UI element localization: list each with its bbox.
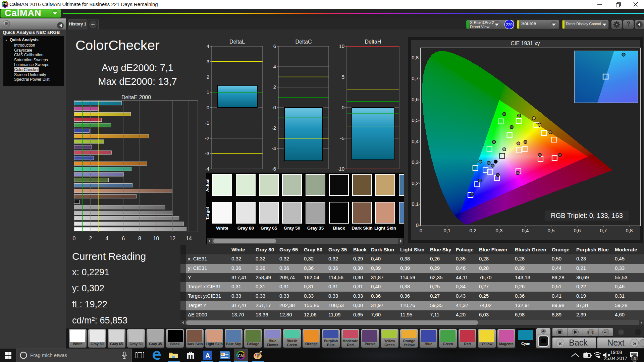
svg-text:CM: CM: [238, 354, 244, 358]
svg-text:-4: -4: [205, 166, 209, 172]
svg-text:∞: ∞: [604, 329, 607, 335]
svg-text:14: 14: [186, 236, 192, 241]
svg-text:-5: -5: [340, 135, 344, 141]
svg-text:12: 12: [169, 236, 175, 241]
svg-text:0: 0: [73, 236, 76, 241]
svg-text:8: 8: [138, 236, 141, 241]
svg-text:DeltaE 2000: DeltaE 2000: [121, 95, 151, 100]
svg-text:6: 6: [273, 43, 276, 49]
svg-text:2: 2: [207, 74, 209, 80]
svg-text:-4: -4: [272, 145, 276, 151]
svg-text:4: 4: [207, 43, 209, 49]
svg-text:10: 10: [153, 236, 159, 241]
svg-text:229: 229: [506, 22, 513, 27]
svg-text:«: «: [558, 340, 562, 347]
svg-text:⟳: ⟳: [619, 329, 623, 335]
svg-text:Back: Back: [569, 338, 588, 347]
svg-text:5: 5: [342, 74, 344, 80]
svg-text:DeltaC: DeltaC: [296, 39, 312, 45]
svg-text:0: 0: [342, 105, 344, 110]
svg-text:6: 6: [122, 236, 125, 241]
svg-text:0: 0: [273, 105, 276, 110]
svg-text:-2: -2: [272, 125, 276, 131]
svg-text:-6: -6: [272, 166, 276, 172]
svg-text:[··]: [··]: [588, 330, 593, 334]
svg-text:3: 3: [207, 59, 209, 64]
svg-text:-1: -1: [205, 120, 209, 126]
svg-text:CM: CM: [3, 3, 7, 6]
svg-text:4: 4: [273, 64, 276, 69]
svg-text:2: 2: [273, 84, 276, 90]
svg-text:10: 10: [339, 43, 344, 49]
svg-text:-3: -3: [205, 150, 209, 156]
svg-text:4: 4: [634, 356, 636, 361]
svg-text:DeltaH: DeltaH: [365, 39, 381, 45]
svg-text:1: 1: [207, 89, 209, 95]
svg-text:4: 4: [105, 236, 108, 241]
svg-text:»: »: [633, 340, 637, 347]
svg-text:DeltaL: DeltaL: [229, 39, 245, 45]
svg-text:-10: -10: [337, 166, 344, 172]
svg-text:2: 2: [89, 236, 92, 241]
svg-text:0: 0: [207, 105, 209, 110]
svg-text:-2: -2: [205, 135, 209, 141]
svg-text:A: A: [205, 352, 210, 359]
svg-text:Next: Next: [607, 338, 624, 347]
